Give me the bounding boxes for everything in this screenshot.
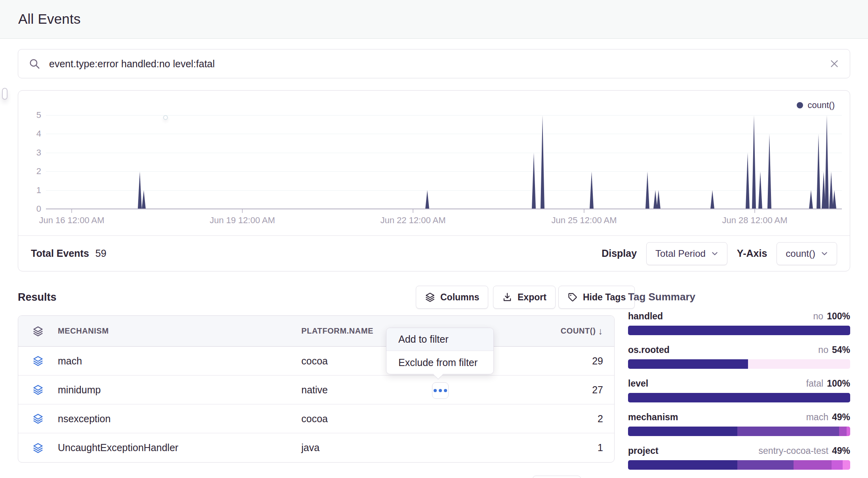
tag-top-value: mach <box>806 412 828 423</box>
cell-mechanism[interactable]: mach <box>58 355 301 367</box>
tag-entry-project: projectsentry-cocoa-test49% <box>628 446 850 470</box>
tag-top-value: sentry-cocoa-test <box>759 446 828 456</box>
tag-bar-segment[interactable] <box>737 427 839 436</box>
display-dropdown-value: Total Period <box>655 248 706 259</box>
legend-series-dot <box>797 102 803 108</box>
tag-bar-segment[interactable] <box>628 393 850 402</box>
y-axis-tick-label: 5 <box>23 110 41 121</box>
cell-actions-button[interactable] <box>432 382 449 399</box>
x-axis-tick-label: Jun 25 12:00 AM <box>537 215 632 226</box>
stack-icon <box>18 326 58 337</box>
search-input[interactable] <box>49 58 829 70</box>
search-bar[interactable] <box>18 49 850 78</box>
table-row[interactable]: machcocoa29 <box>18 347 614 376</box>
chart-point-marker <box>163 115 168 120</box>
tag-entry-os.rooted: os.rootedno54% <box>628 345 850 369</box>
y-axis-tick-label: 2 <box>23 166 41 177</box>
cell-mechanism[interactable]: UncaughtExceptionHandler <box>58 442 301 453</box>
tag-bar-segment[interactable] <box>628 460 737 470</box>
x-axis-tick <box>754 209 755 213</box>
search-icon <box>29 58 40 70</box>
yaxis-label: Y-Axis <box>737 248 767 259</box>
x-axis-tick-label: Jun 22 12:00 AM <box>365 215 461 226</box>
tag-distribution-bar[interactable] <box>628 427 850 436</box>
stack-icon <box>32 442 44 453</box>
y-axis-tick-label: 3 <box>23 147 41 158</box>
chevron-down-icon <box>711 250 718 257</box>
columns-button-label: Columns <box>440 292 479 303</box>
yaxis-dropdown[interactable]: count() <box>777 242 837 265</box>
chart-legend[interactable]: count() <box>797 100 835 110</box>
tag-top-value: fatal <box>806 378 823 389</box>
cell-count[interactable]: 27 <box>468 384 614 396</box>
tag-bar-segment[interactable] <box>628 359 748 369</box>
results-table: MECHANISM PLATFORM.NAME COUNT() ↓ machco… <box>18 315 615 463</box>
columns-button[interactable]: Columns <box>416 286 488 309</box>
chevron-down-icon <box>821 250 828 257</box>
export-button-label: Export <box>518 292 546 303</box>
hide-tags-button[interactable]: Hide Tags <box>558 286 635 309</box>
tag-bar-segment[interactable] <box>843 460 850 470</box>
cell-mechanism[interactable]: nsexception <box>58 413 301 425</box>
cell-mechanism[interactable]: minidump <box>58 384 301 396</box>
tag-distribution-bar[interactable] <box>628 359 850 369</box>
stack-icon <box>425 292 435 302</box>
stack-icon <box>32 355 44 366</box>
tag-bar-segment[interactable] <box>748 359 850 369</box>
tag-icon <box>567 292 578 302</box>
menu-item-add-to-filter[interactable]: Add to filter <box>386 328 493 351</box>
tag-bar-segment[interactable] <box>832 460 843 470</box>
tag-bar-segment[interactable] <box>737 460 794 470</box>
yaxis-dropdown-value: count() <box>786 248 815 259</box>
tag-top-percent: 54% <box>832 345 850 355</box>
stack-icon <box>32 413 44 424</box>
table-row[interactable]: minidumpnative27 <box>18 376 614 404</box>
export-button[interactable]: Export <box>493 286 556 309</box>
tag-bar-segment[interactable] <box>794 460 831 470</box>
count-header-label: COUNT() <box>561 326 596 336</box>
y-axis-tick-label: 4 <box>23 128 41 139</box>
table-row[interactable]: nsexceptioncocoa2 <box>18 404 614 433</box>
table-row[interactable]: UncaughtExceptionHandlerjava1 <box>18 433 614 462</box>
pagination-buttons[interactable] <box>533 476 581 478</box>
legend-series-label: count() <box>808 100 835 110</box>
tag-name: os.rooted <box>628 345 670 355</box>
clear-search-icon[interactable] <box>829 59 839 69</box>
tag-bar-segment[interactable] <box>847 427 850 436</box>
chart-footer: Total Events 59 Display Total Period Y-A… <box>18 235 850 271</box>
total-events-value: 59 <box>95 248 107 259</box>
tag-summary-title: Tag Summary <box>628 291 850 303</box>
display-dropdown[interactable]: Total Period <box>646 242 727 265</box>
tag-entry-handled: handledno100% <box>628 311 850 335</box>
x-axis-tick <box>71 209 72 213</box>
tag-name: mechanism <box>628 412 678 423</box>
table-header-row: MECHANISM PLATFORM.NAME COUNT() ↓ <box>18 316 614 347</box>
cell-count[interactable]: 1 <box>468 442 614 453</box>
tag-bar-segment[interactable] <box>628 326 850 335</box>
cell-platform[interactable]: java <box>301 442 468 453</box>
tag-bar-segment[interactable] <box>839 427 847 436</box>
tag-name: level <box>628 378 648 389</box>
page-title: All Events <box>18 11 81 27</box>
x-axis-tick <box>242 209 243 213</box>
events-chart-panel: count() 012345 Jun 16 12:00 AMJun 19 12:… <box>18 90 850 271</box>
tag-bar-segment[interactable] <box>628 427 737 436</box>
stack-icon <box>32 384 44 395</box>
column-header-mechanism[interactable]: MECHANISM <box>58 326 301 336</box>
tag-distribution-bar[interactable] <box>628 326 850 335</box>
tag-name: handled <box>628 311 663 322</box>
results-heading: Results <box>18 291 57 303</box>
cell-count[interactable]: 2 <box>468 413 614 425</box>
hide-tags-button-label: Hide Tags <box>583 292 626 303</box>
sort-desc-icon: ↓ <box>598 326 603 337</box>
tag-top-percent: 100% <box>827 311 850 322</box>
tag-summary-panel: Tag Summary handledno100%os.rootedno54%l… <box>628 291 850 303</box>
events-spike-chart[interactable]: 012345 Jun 16 12:00 AMJun 19 12:00 AMJun… <box>46 111 842 209</box>
cell-context-menu: Add to filter Exclude from filter <box>386 328 494 374</box>
tag-distribution-bar[interactable] <box>628 460 850 470</box>
tag-top-percent: 100% <box>827 378 850 389</box>
tag-distribution-bar[interactable] <box>628 393 850 402</box>
y-axis-tick-label: 1 <box>23 185 41 196</box>
cell-platform[interactable]: cocoa <box>301 413 468 425</box>
sidebar-drag-handle[interactable] <box>2 88 8 100</box>
